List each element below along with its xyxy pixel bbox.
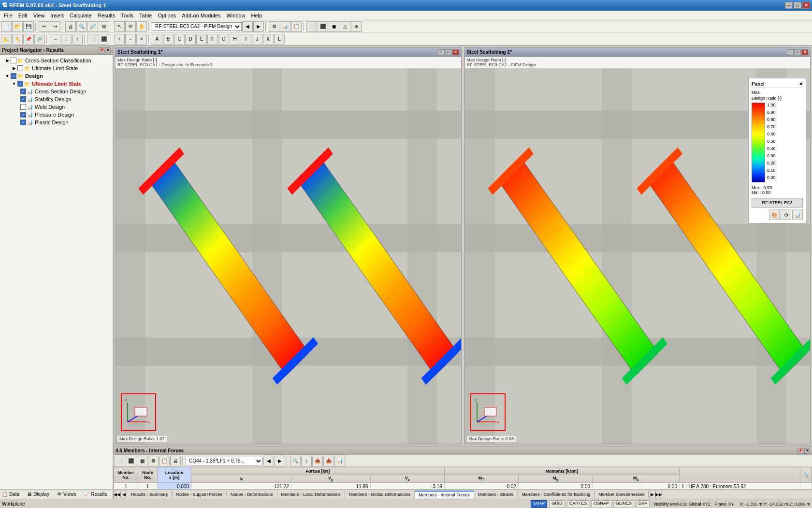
menu-table[interactable]: Table bbox=[136, 12, 155, 19]
tb-next[interactable]: ▶ bbox=[253, 21, 264, 32]
minimize-btn[interactable]: ─ bbox=[785, 2, 793, 9]
vp2-close[interactable]: ✕ bbox=[801, 49, 808, 55]
tb2-20[interactable]: H bbox=[230, 34, 240, 45]
expand-design[interactable]: ▼ bbox=[4, 74, 11, 78]
tt-prev[interactable]: ◀ bbox=[263, 456, 274, 466]
menu-window[interactable]: Window bbox=[223, 12, 248, 19]
nav-pin-btn[interactable]: 📌 bbox=[99, 47, 104, 53]
tb2-5[interactable]: → bbox=[50, 34, 60, 45]
tb-btn-g[interactable]: △ bbox=[340, 21, 350, 32]
tree-item-stability-design[interactable]: ✓ 📊 Stability Design bbox=[2, 95, 111, 103]
cb-design[interactable]: ✓ bbox=[11, 73, 16, 79]
tab-next2-btn[interactable]: ▶▶ bbox=[655, 491, 662, 498]
tb-zoom-out[interactable]: 🔎 bbox=[87, 21, 98, 32]
tb-btn-c[interactable]: 📋 bbox=[291, 21, 302, 32]
tb-btn-h[interactable]: ⊕ bbox=[351, 21, 362, 32]
tb-btn-e[interactable]: ⬛ bbox=[318, 21, 328, 32]
vp1-min[interactable]: ─ bbox=[438, 49, 445, 55]
tab-members-buckling[interactable]: Members - Coefficients for Buckling bbox=[518, 491, 594, 498]
tab-results-summary[interactable]: Results - Summary bbox=[127, 491, 173, 498]
nav-close-btn[interactable]: ✕ bbox=[105, 47, 111, 53]
expand-uls2[interactable]: ▼ bbox=[11, 81, 17, 86]
tree-item-weld-design[interactable]: 📊 Weld Design bbox=[2, 103, 111, 111]
vp2-max[interactable]: □ bbox=[794, 49, 801, 55]
tt-sort[interactable]: ↕ bbox=[301, 456, 312, 466]
tb2-15[interactable]: C bbox=[174, 34, 185, 45]
rf-steel-btn[interactable]: RF-STEEL EC3 bbox=[752, 198, 803, 208]
bottom-header-btns[interactable]: 📌 ✕ bbox=[798, 448, 810, 454]
snap-btn[interactable]: SNAP bbox=[531, 500, 548, 508]
tb2-3[interactable]: 📌 bbox=[23, 34, 34, 45]
close-btn[interactable]: ✕ bbox=[802, 2, 810, 9]
menu-results[interactable]: Results bbox=[95, 12, 118, 19]
tab-prev-btn[interactable]: ◀◀ bbox=[114, 491, 120, 498]
nav-views-tab[interactable]: 👁 Views bbox=[57, 492, 76, 497]
tb2-18[interactable]: F bbox=[207, 34, 218, 45]
menu-help[interactable]: Help bbox=[248, 12, 265, 19]
load-case-combo[interactable]: CO44 - 1.35*LF1 + 0.75... bbox=[186, 457, 263, 465]
tt-next[interactable]: ▶ bbox=[275, 456, 285, 466]
tab-next-btn[interactable]: ▶ bbox=[649, 491, 655, 498]
tb2-2[interactable]: 📏 bbox=[12, 34, 23, 45]
tb2-6[interactable]: ↓ bbox=[61, 34, 72, 45]
cb-pressure[interactable]: ✓ bbox=[20, 112, 26, 118]
panel-graph-btn[interactable]: 📊 bbox=[792, 209, 803, 220]
tree-item-uls1[interactable]: ▶ 📁 Ultimate Limit State bbox=[2, 64, 111, 72]
cb-stability[interactable]: ✓ bbox=[20, 96, 26, 102]
tt-btn1[interactable]: ⬜ bbox=[115, 456, 125, 466]
tb-btn-d[interactable]: ⬜ bbox=[306, 21, 317, 32]
nav-header-btns[interactable]: 📌 ✕ bbox=[99, 47, 111, 53]
tt-btn3[interactable]: ▦ bbox=[137, 456, 147, 466]
tb2-4[interactable]: 🔗 bbox=[34, 34, 45, 45]
nav-display-tab[interactable]: 🖥 Display bbox=[27, 492, 49, 497]
tab-members-global[interactable]: Members - Global Deformations bbox=[345, 491, 415, 498]
tb2-11[interactable]: - bbox=[125, 34, 136, 45]
grid-btn[interactable]: GRID bbox=[549, 500, 565, 508]
tree-item-cross-section-class[interactable]: ▶ 📁 Cross-Section Classification bbox=[2, 57, 111, 64]
tb2-17[interactable]: E bbox=[196, 34, 207, 45]
vp1-canvas[interactable]: x y z Max Design Ratio: 1.07 bbox=[116, 68, 461, 444]
cb-cross-section[interactable] bbox=[11, 58, 16, 63]
menu-options[interactable]: Options bbox=[155, 12, 179, 19]
tt-btn5[interactable]: 📋 bbox=[159, 456, 170, 466]
tt-btn4[interactable]: ⚙ bbox=[148, 456, 159, 466]
vp2-min[interactable]: ─ bbox=[787, 49, 794, 55]
tb2-22[interactable]: J bbox=[252, 34, 262, 45]
cb-uls2[interactable]: ✓ bbox=[17, 81, 23, 87]
tree-item-design[interactable]: ▼ ✓ 📁 Design bbox=[2, 72, 111, 80]
menu-tools[interactable]: Tools bbox=[118, 12, 136, 19]
cb-cs-design[interactable]: ✓ bbox=[20, 89, 26, 94]
tb-undo[interactable]: ↩ bbox=[39, 21, 49, 32]
tab-members-strains[interactable]: Members - Strains bbox=[474, 491, 518, 498]
panel-settings-btn[interactable]: ⚙ bbox=[781, 209, 791, 220]
tt-chart[interactable]: 📊 bbox=[334, 456, 345, 466]
cartes-btn[interactable]: CARTES bbox=[567, 500, 589, 508]
tb2-10[interactable]: + bbox=[114, 34, 125, 45]
tree-item-uls2[interactable]: ▼ ✓ 📁 Ultimate Limit State bbox=[2, 80, 111, 88]
menu-view[interactable]: View bbox=[30, 12, 48, 19]
tb2-21[interactable]: I bbox=[241, 34, 251, 45]
tb-btn-b[interactable]: 📊 bbox=[280, 21, 290, 32]
tb2-14[interactable]: B bbox=[163, 34, 174, 45]
tab-members-local[interactable]: Members - Local Deformations bbox=[277, 491, 345, 498]
maximize-btn[interactable]: □ bbox=[794, 2, 801, 9]
tb-zoom-all[interactable]: ⊞ bbox=[99, 21, 109, 32]
tab-prev2-btn[interactable]: ◀ bbox=[120, 491, 127, 498]
tb2-12[interactable]: × bbox=[136, 34, 147, 45]
tt-filter[interactable]: 🔍 bbox=[290, 456, 301, 466]
tb2-16[interactable]: D bbox=[185, 34, 196, 45]
tb2-8[interactable]: ⬜ bbox=[87, 34, 98, 45]
tt-import[interactable]: 📥 bbox=[323, 456, 334, 466]
bottom-close-btn[interactable]: ✕ bbox=[804, 448, 810, 454]
tab-nodes-support[interactable]: Nodes - Support Forces bbox=[173, 491, 227, 498]
tb-print[interactable]: 🖨 bbox=[65, 21, 76, 32]
expand-uls1[interactable]: ▶ bbox=[11, 66, 17, 71]
tab-members-internal[interactable]: Members - Internal Forces bbox=[415, 491, 474, 498]
tab-nav-prev[interactable]: ◀◀ ◀ bbox=[114, 491, 127, 498]
menu-file[interactable]: File bbox=[1, 12, 15, 19]
menu-edit[interactable]: Edit bbox=[15, 12, 30, 19]
vp1-close[interactable]: ✕ bbox=[452, 49, 459, 55]
tb-pan[interactable]: ✋ bbox=[136, 21, 147, 32]
tt-btn2[interactable]: ⬛ bbox=[126, 456, 136, 466]
tb-btn-a[interactable]: ⚙ bbox=[269, 21, 279, 32]
